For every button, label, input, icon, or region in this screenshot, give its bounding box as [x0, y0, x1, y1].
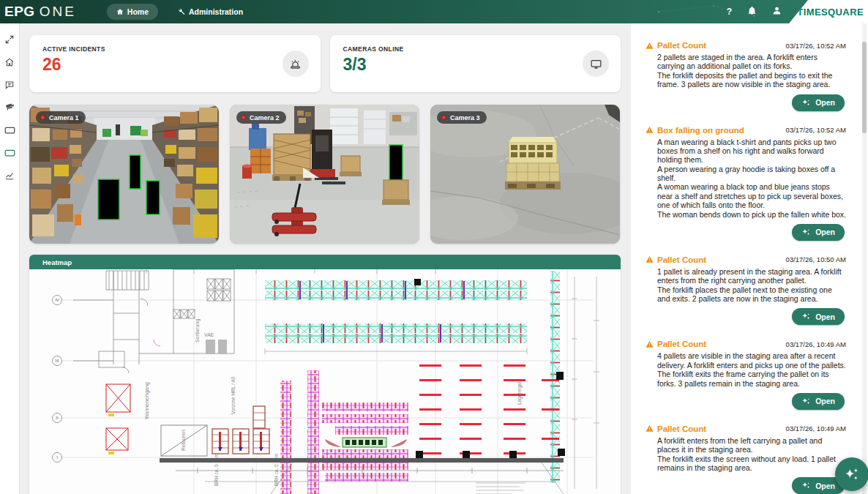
heatmap-floorplan: IV III II I — [29, 269, 621, 494]
incident-title: Box falling on ground — [657, 126, 744, 135]
camera-label-chip: Camera 3 — [437, 111, 487, 124]
display-icon[interactable] — [0, 119, 20, 141]
open-incident-button[interactable]: Open — [792, 224, 845, 241]
incident-item: Pallet Count 03/17/26, 10:49 AM A forkli… — [646, 424, 846, 494]
siren-icon — [283, 50, 309, 77]
sparkle-icon — [801, 481, 811, 490]
recording-dot-icon — [40, 115, 45, 120]
svg-text:VAE: VAE — [204, 332, 214, 337]
scrollbar-thumb[interactable] — [862, 42, 867, 133]
svg-text:Wanneneingang: Wanneneingang — [144, 382, 150, 419]
cameras-online-value: 3/3 — [343, 55, 608, 75]
stats-row: ACTIVE INCIDENTS 26 CAMERAS ONLINE 3/3 — [29, 35, 621, 92]
active-incidents-value: 26 — [42, 55, 307, 75]
incident-description: A man wearing a black t-shirt and pants … — [657, 138, 846, 219]
warning-icon — [646, 340, 654, 348]
camera-icon[interactable] — [0, 96, 20, 119]
camera-2-label: Camera 2 — [250, 114, 280, 121]
incident-item: Pallet Count 03/17/26, 10:49 AM 4 pallet… — [646, 340, 846, 410]
camera-3-label: Camera 3 — [450, 114, 480, 121]
warning-icon — [646, 255, 654, 263]
camera-feeds-row: Camera 1 — [29, 105, 621, 244]
home-icon — [116, 8, 124, 15]
incident-timestamp: 03/17/26, 10:52 AM — [786, 42, 846, 50]
main-content: ACTIVE INCIDENTS 26 CAMERAS ONLINE 3/3 — [20, 23, 631, 494]
user-account-icon[interactable] — [772, 5, 782, 18]
sparkles-icon — [844, 466, 860, 482]
top-navbar: EPG ONE Home Administration — [0, 0, 868, 23]
incident-title: Pallet Count — [657, 424, 706, 433]
heatmap-card: Heatmap — [29, 255, 621, 494]
navbar-actions: ? — [727, 0, 782, 23]
svg-text:Lagerregal: Lagerregal — [517, 381, 523, 405]
chart-icon[interactable] — [0, 164, 20, 187]
camera-label-chip: Camera 1 — [36, 111, 86, 124]
incidents-panel: Pallet Count 03/17/26, 10:52 AM 2 pallet… — [631, 23, 868, 494]
warning-icon — [646, 42, 654, 50]
svg-text:Vorzone HRL / A0: Vorzone HRL / A0 — [231, 376, 236, 414]
camera-2-tile[interactable]: Camera 2 — [230, 105, 419, 244]
incident-description: 1 pallet is already present in the stagi… — [657, 267, 846, 304]
home-icon[interactable] — [0, 50, 20, 73]
incident-timestamp: 03/17/26, 10:49 AM — [786, 340, 846, 348]
nav-item-administration[interactable]: Administration — [168, 4, 252, 20]
incident-timestamp: 03/17/26, 10:49 AM — [786, 424, 846, 433]
camera-1-feed — [29, 105, 219, 244]
incident-title: Pallet Count — [657, 255, 706, 264]
active-incidents-card: ACTIVE INCIDENTS 26 — [29, 35, 321, 92]
open-incident-button[interactable]: Open — [792, 94, 845, 111]
sparkle-icon — [801, 397, 811, 406]
sparkle-icon — [801, 312, 811, 321]
camera-label-chip: Camera 2 — [236, 111, 286, 124]
expand-icon[interactable] — [0, 28, 20, 50]
chat-icon[interactable] — [0, 73, 20, 96]
notifications-icon[interactable] — [747, 5, 757, 18]
monitor-icon — [583, 50, 609, 77]
brand-wedge: TIMESQUARE — [789, 0, 868, 23]
camera-3-feed — [430, 105, 620, 244]
heatmap-title: Heatmap — [42, 258, 72, 266]
open-incident-button[interactable]: Open — [792, 393, 845, 410]
svg-text:III: III — [55, 359, 59, 363]
recording-dot-icon — [441, 115, 446, 120]
recording-dot-icon — [241, 115, 246, 120]
camera-1-tile[interactable]: Camera 1 — [29, 105, 219, 244]
sparkle-icon — [801, 98, 811, 108]
warning-icon — [646, 424, 654, 433]
svg-text:II: II — [56, 416, 59, 420]
nav-item-home-label: Home — [127, 7, 149, 16]
assistant-fab[interactable] — [835, 457, 868, 491]
active-incidents-label: ACTIVE INCIDENTS — [42, 45, 307, 53]
nav-items: Home Administration — [107, 4, 252, 20]
camera-2-feed — [230, 105, 419, 244]
open-incident-button[interactable]: Open — [792, 308, 845, 325]
logo-secondary: ONE — [40, 4, 76, 20]
heatmap-header: Heatmap — [29, 255, 621, 269]
logo-primary: EPG — [4, 4, 35, 20]
incident-title: Pallet Count — [657, 340, 706, 348]
incident-description: A forklift enters from the left carrying… — [657, 436, 846, 473]
incident-title: Pallet Count — [657, 41, 706, 50]
tools-icon — [178, 8, 185, 15]
dashboard-icon[interactable] — [0, 141, 20, 164]
left-sidebar — [0, 23, 20, 494]
app-root: EPG ONE Home Administration — [0, 0, 868, 494]
brand-name: TIMESQUARE — [797, 7, 868, 18]
camera-3-tile[interactable]: Camera 3 — [430, 105, 620, 244]
epg-one-logo: EPG ONE — [0, 4, 86, 20]
nav-item-administration-label: Administration — [189, 7, 243, 16]
sparkle-icon — [801, 228, 811, 237]
warning-icon — [646, 126, 654, 134]
incident-item: Box falling on ground 03/17/26, 10:52 AM… — [646, 126, 846, 241]
incident-item: Pallet Count 03/17/26, 10:50 AM 1 pallet… — [646, 255, 846, 326]
cameras-online-label: CAMERAS ONLINE — [343, 45, 608, 53]
svg-text:Sortierung: Sortierung — [195, 319, 201, 343]
incident-description: 2 pallets are staged in the area. A fork… — [657, 53, 846, 89]
incident-description: 4 pallets are visible in the staging are… — [657, 351, 846, 388]
nav-item-home[interactable]: Home — [107, 4, 158, 20]
incident-timestamp: 03/17/26, 10:50 AM — [786, 255, 846, 263]
incident-item: Pallet Count 03/17/26, 10:52 AM 2 pallet… — [646, 41, 846, 111]
camera-1-label: Camera 1 — [49, 114, 79, 121]
help-icon[interactable]: ? — [727, 7, 732, 17]
panel-scrollbar — [862, 23, 867, 494]
